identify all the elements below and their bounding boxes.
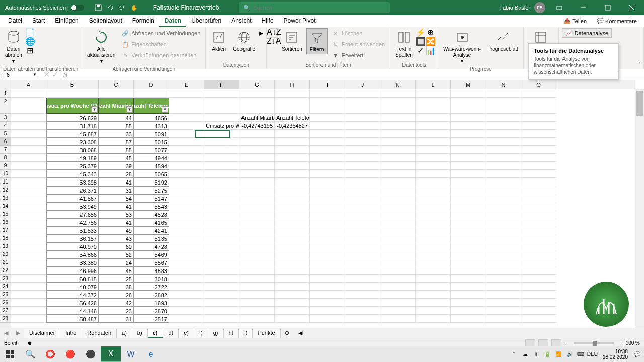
cell[interactable] — [310, 186, 345, 194]
cell[interactable]: 5065 — [134, 170, 169, 178]
cell[interactable] — [239, 210, 275, 218]
queries-connections-button[interactable]: 🔗Abfragen und Verbindungen — [119, 28, 202, 38]
cell[interactable] — [239, 307, 275, 315]
forecast-button[interactable]: Prognoseblatt — [485, 28, 520, 53]
cell[interactable] — [521, 154, 556, 162]
cell[interactable] — [11, 210, 46, 218]
filter-dropdown-icon[interactable]: ▼ — [162, 106, 168, 113]
cell[interactable]: 55 — [99, 122, 134, 130]
cell[interactable] — [310, 130, 345, 138]
scroll-thumb[interactable] — [636, 90, 643, 116]
cell[interactable] — [169, 122, 204, 130]
cell[interactable] — [451, 299, 486, 307]
cell[interactable] — [486, 194, 521, 202]
tab-datei[interactable]: Datei — [3, 15, 27, 27]
cell[interactable] — [275, 130, 310, 138]
col-header-F[interactable]: F — [204, 80, 239, 89]
cell[interactable] — [486, 162, 521, 170]
filter-button[interactable]: Filtern — [306, 28, 328, 54]
cell[interactable] — [11, 114, 46, 122]
cell[interactable]: 55 — [99, 146, 134, 154]
cell[interactable] — [239, 89, 275, 98]
cell[interactable] — [310, 202, 345, 210]
cell[interactable] — [486, 234, 521, 242]
cell[interactable] — [275, 146, 310, 154]
stocks-button[interactable]: Aktien — [209, 28, 229, 53]
cell[interactable] — [275, 315, 310, 323]
cell[interactable]: 23 — [99, 307, 134, 315]
cell[interactable] — [486, 114, 521, 122]
col-header-G[interactable]: G — [239, 80, 275, 89]
cell[interactable]: 23.308 — [46, 138, 99, 146]
cell[interactable] — [451, 283, 486, 291]
remove-dup-icon[interactable]: 🔲 — [417, 37, 425, 45]
cell[interactable] — [11, 291, 46, 299]
cell[interactable] — [380, 315, 416, 323]
chrome-icon[interactable]: 🔴 — [60, 346, 80, 363]
cell[interactable] — [239, 170, 275, 178]
cell[interactable]: 27.656 — [46, 210, 99, 218]
user-avatar[interactable]: FB — [534, 2, 545, 13]
col-header-O[interactable]: O — [521, 80, 556, 89]
sheet-tab-Intro[interactable]: Intro — [60, 329, 82, 338]
cell[interactable] — [169, 299, 204, 307]
battery-icon[interactable]: 🔋 — [543, 350, 552, 359]
sort-button[interactable]: Sortieren — [280, 28, 304, 53]
cell[interactable]: 53 — [99, 210, 134, 218]
cell[interactable] — [345, 307, 380, 315]
cell[interactable]: 38 — [99, 283, 134, 291]
cell[interactable] — [416, 89, 451, 98]
cell[interactable] — [345, 291, 380, 299]
cell[interactable] — [204, 98, 239, 114]
cell[interactable] — [239, 266, 275, 275]
cell[interactable]: 26.371 — [46, 186, 99, 194]
cell[interactable] — [310, 299, 345, 307]
cell[interactable] — [345, 315, 380, 323]
cell[interactable] — [380, 186, 416, 194]
cell[interactable] — [204, 234, 239, 242]
cortana-icon[interactable]: ⭕ — [40, 346, 60, 363]
cell[interactable] — [486, 202, 521, 210]
cell[interactable] — [204, 178, 239, 186]
cell[interactable] — [451, 122, 486, 130]
cell[interactable] — [451, 154, 486, 162]
cell[interactable]: 5543 — [134, 202, 169, 210]
keyboard-icon[interactable]: ⌨ — [576, 350, 585, 359]
cell[interactable] — [416, 202, 451, 210]
search-task-icon[interactable]: 🔍 — [20, 346, 40, 363]
cell[interactable]: 49 — [99, 226, 134, 234]
cell[interactable] — [169, 89, 204, 98]
toggle-switch[interactable] — [71, 5, 84, 11]
cell[interactable] — [345, 178, 380, 186]
cell[interactable] — [169, 178, 204, 186]
cell[interactable] — [310, 178, 345, 186]
row-header-2[interactable]: 2 — [0, 98, 11, 114]
cell[interactable] — [451, 114, 486, 122]
cell[interactable] — [204, 130, 239, 138]
spreadsheet-grid[interactable]: ABCDEFGHIJKLMNO 123456789101112131415161… — [0, 80, 644, 328]
cell[interactable] — [416, 275, 451, 283]
cell[interactable] — [451, 194, 486, 202]
from-table-icon[interactable]: ⊞ — [26, 46, 34, 54]
cell[interactable] — [11, 315, 46, 323]
cell[interactable]: 4528 — [134, 210, 169, 218]
cell[interactable] — [11, 194, 46, 202]
cell[interactable] — [521, 299, 556, 307]
cell[interactable] — [239, 194, 275, 202]
col-header-E[interactable]: E — [169, 80, 204, 89]
cell[interactable] — [310, 114, 345, 122]
cell[interactable]: 5147 — [134, 194, 169, 202]
cell[interactable] — [521, 275, 556, 283]
cell[interactable] — [239, 275, 275, 283]
cell[interactable]: 54 — [99, 194, 134, 202]
cell[interactable]: 4313 — [134, 122, 169, 130]
cell[interactable] — [310, 210, 345, 218]
cell[interactable] — [451, 315, 486, 323]
cell[interactable] — [239, 299, 275, 307]
cell[interactable] — [345, 275, 380, 283]
cell[interactable]: 42 — [99, 299, 134, 307]
cell[interactable]: 5077 — [134, 146, 169, 154]
row-header-12[interactable]: 12 — [0, 186, 11, 194]
cell[interactable] — [310, 226, 345, 234]
obs-icon[interactable]: ⚫ — [80, 346, 101, 363]
